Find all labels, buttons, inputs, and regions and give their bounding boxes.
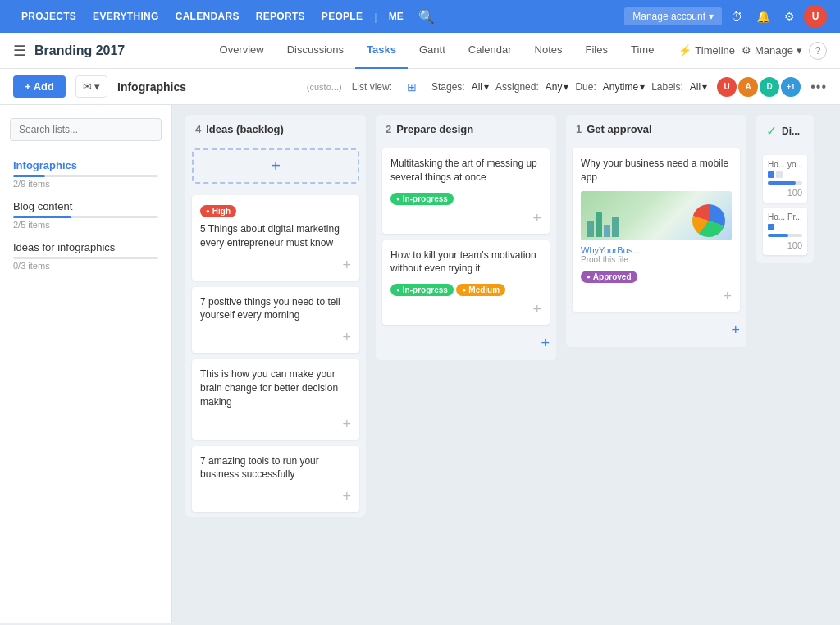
column-get-approval: 1 Get approval Why your business need a … [566, 115, 746, 347]
card-add-button[interactable]: + [532, 301, 541, 318]
sidebar-item-blog[interactable]: Blog content 2/5 items [10, 195, 162, 235]
sidebar-item-label: Ideas for infographics [13, 241, 158, 253]
main-toolbar: + Add ✉ ▾ Infographics (custo...) List v… [0, 69, 840, 105]
column-header: 4 Ideas (backlog) [185, 115, 366, 144]
hamburger-menu-icon[interactable]: ☰ [13, 42, 26, 60]
kanban-board: 4 Ideas (backlog) + High 5 Things about … [172, 105, 840, 623]
card-4: 7 amazing tools to run your business suc… [192, 446, 359, 513]
due-dropdown[interactable]: Anytime ▾ [603, 81, 645, 93]
column-done-partial: ✓ Di... Ho... yo... 100 Ho... Pr... [756, 115, 814, 263]
column-body: Multitasking the art of messing up sever… [376, 144, 556, 360]
column-title: Prepare design [396, 123, 473, 135]
search-icon[interactable]: 🔍 [412, 9, 441, 25]
card-add-button[interactable]: + [342, 257, 351, 274]
sidebar-item-infographics[interactable]: Infographics 2/9 items [10, 154, 162, 194]
manage-account-button[interactable]: Manage account ▾ [624, 7, 722, 25]
add-button[interactable]: + Add [13, 75, 66, 98]
tab-calendar[interactable]: Calendar [457, 33, 523, 69]
nav-calendars[interactable]: CALENDARS [167, 11, 248, 22]
card-footer: + [390, 301, 541, 318]
tab-gantt[interactable]: Gantt [408, 33, 457, 69]
card-3: This is how you can make your brain chan… [192, 359, 359, 439]
card-1: High 5 Things about digital marketing ev… [192, 195, 359, 281]
tab-notes[interactable]: Notes [523, 33, 574, 69]
tab-tasks[interactable]: Tasks [355, 33, 408, 69]
bell-icon[interactable]: 🔔 [751, 5, 774, 28]
help-button[interactable]: ? [809, 42, 827, 60]
high-badge: High [200, 205, 236, 217]
avatar-extra[interactable]: +1 [781, 77, 801, 97]
inbox-icon: ✉ [83, 80, 92, 93]
sidebar-progress-bar [13, 175, 158, 177]
avatar-a[interactable]: A [738, 77, 758, 97]
nav-projects[interactable]: PROJECTS [13, 11, 84, 22]
card-title: 7 positive things you need to tell yours… [200, 295, 351, 323]
search-input[interactable] [10, 118, 162, 141]
tab-discussions[interactable]: Discussions [276, 33, 355, 69]
card-add-button[interactable]: + [342, 329, 351, 346]
sidebar-count: 2/5 items [13, 220, 158, 230]
column-title: Ideas (backlog) [206, 123, 284, 135]
card-title: Ho... yo... [768, 160, 802, 169]
timeline-icon: ⚡ [678, 44, 692, 57]
avatar-u[interactable]: U [717, 77, 737, 97]
card-multitasking: Multitasking the art of messing up sever… [382, 148, 550, 234]
card-add-button[interactable]: + [342, 416, 351, 433]
card-link[interactable]: WhyYourBus... [581, 245, 732, 255]
sidebar-progress-fill [13, 175, 45, 177]
column-add-button[interactable]: + [731, 322, 740, 339]
sidebar-item-label: Infographics [13, 159, 158, 171]
card-add-button[interactable]: + [532, 210, 541, 227]
card-add-button[interactable]: + [342, 488, 351, 505]
timer-icon[interactable]: ⏱ [725, 5, 748, 28]
nav-right-section: Manage account ▾ ⏱ 🔔 ⚙ U [624, 5, 827, 28]
tab-files[interactable]: Files [574, 33, 619, 69]
progress-fill [768, 181, 796, 185]
labels-label: Labels: [651, 81, 683, 93]
list-view-label: List view: [352, 81, 392, 93]
column-add-button[interactable]: + [541, 335, 550, 352]
card-footer: + [200, 416, 351, 433]
card-add-button[interactable]: + [723, 288, 732, 305]
labels-dropdown[interactable]: All ▾ [690, 81, 707, 93]
card-mobile-app: Why your business need a mobile app WhyY… [573, 148, 740, 312]
timeline-button[interactable]: ⚡ Timeline [678, 44, 735, 57]
tab-group: Overview Discussions Tasks Gantt Calenda… [208, 33, 666, 69]
medium-badge: Medium [456, 284, 505, 296]
inbox-button[interactable]: ✉ ▾ [75, 75, 107, 98]
inprogress-badge: In-progress [390, 284, 454, 296]
column-body: + High 5 Things about digital marketing … [185, 144, 366, 517]
column-title: Di... [782, 125, 800, 137]
tab-time[interactable]: Time [619, 33, 665, 69]
stages-label: Stages: [431, 81, 465, 93]
card-percent: 100 [768, 188, 802, 198]
column-count: 1 [576, 123, 582, 135]
sidebar-progress-bar [13, 216, 158, 218]
avatar-d[interactable]: D [760, 77, 779, 97]
add-card-button[interactable]: + [192, 148, 359, 184]
column-title: Get approval [587, 123, 651, 135]
sidebar-item-ideas[interactable]: Ideas for infographics 0/3 items [10, 236, 162, 276]
card-image [581, 191, 732, 240]
nav-reports[interactable]: REPORTS [248, 11, 313, 22]
settings-icon[interactable]: ⚙ [778, 5, 801, 28]
manage-button[interactable]: ⚙ Manage ▾ [742, 44, 802, 57]
nav-me[interactable]: ME [381, 11, 412, 22]
assigned-dropdown[interactable]: Any ▾ [546, 81, 569, 93]
sidebar-count: 2/9 items [13, 179, 158, 189]
column-header: ✓ Di... [756, 115, 814, 147]
stages-dropdown[interactable]: All ▾ [472, 81, 489, 93]
tab-overview[interactable]: Overview [208, 33, 276, 69]
user-avatar[interactable]: U [804, 5, 827, 28]
more-options-button[interactable]: ••• [810, 80, 827, 94]
card-footer: + [200, 488, 351, 505]
card-title: This is how you can make your brain chan… [200, 367, 351, 408]
top-navigation: PROJECTS EVERYTHING CALENDARS REPORTS PE… [0, 0, 840, 33]
grid-view-button[interactable]: ⊞ [402, 77, 422, 97]
project-title: Branding 2017 [34, 43, 125, 58]
section-name: Infographics [117, 80, 304, 94]
nav-everything[interactable]: EVERYTHING [84, 11, 167, 22]
done-card-1: Ho... yo... 100 [763, 155, 807, 203]
approved-badge: Approved [581, 271, 637, 283]
nav-people[interactable]: PEOPLE [313, 11, 371, 22]
